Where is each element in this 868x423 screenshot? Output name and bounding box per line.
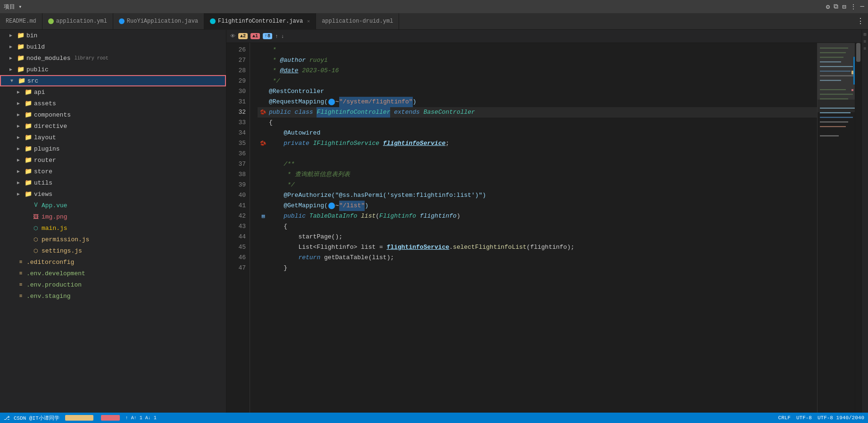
code-line-33: { — [258, 118, 817, 128]
right-panel-icon-1[interactable]: ⊞ — [863, 32, 866, 37]
code-text: * — [269, 45, 280, 55]
settings-icon[interactable]: ⚙ — [826, 3, 830, 11]
folder-icon-components: 📁 — [25, 111, 32, 118]
split2-icon[interactable]: ⊟ — [842, 3, 846, 11]
code-text: list — [361, 211, 376, 221]
code-text: @RestController — [269, 86, 324, 97]
code-text: FlightinfoController — [317, 107, 390, 118]
right-panel-icon-2[interactable]: ≡ — [863, 39, 866, 44]
split-icon[interactable]: ⧉ — [834, 3, 838, 11]
code-text: @date — [280, 66, 298, 76]
tab-druid-label: application-druid.yml — [322, 18, 393, 25]
sidebar-item-api[interactable]: ▶ 📁 api — [0, 86, 226, 98]
sidebar-item-public[interactable]: ▶ 📁 public — [0, 64, 226, 75]
yaml-icon — [48, 18, 54, 24]
tab-ruoyi-label: RuoYiApplication.java — [127, 18, 198, 25]
chevron-right-icon: ▶ — [17, 180, 23, 186]
tab-readme-label: README.md — [6, 18, 36, 25]
tab-close-button[interactable]: ✕ — [307, 18, 310, 24]
sidebar-item-img-png[interactable]: 🖼 img.png — [0, 211, 226, 222]
line-num-37: 37 — [226, 159, 246, 169]
js-icon: ⬡ — [32, 224, 40, 232]
tab-bar-end: ⋮ — [857, 17, 868, 26]
top-bar: 项目 ▾ ⚙ ⧉ ⊟ ⋮ ─ — [0, 0, 868, 13]
code-content[interactable]: * * @author ruoyi * @date 2023-05-16 */ — [250, 43, 817, 413]
code-text: public — [269, 107, 295, 118]
sidebar-item-editorconfig[interactable]: ≡ .editorconfig — [0, 256, 226, 268]
sidebar-item-env-prod[interactable]: ≡ .env.production — [0, 279, 226, 290]
tab-druid-yml[interactable]: application-druid.yml — [316, 13, 399, 30]
sidebar-item-permission-js[interactable]: ⬡ permission.js — [0, 234, 226, 245]
code-text: @Autowired — [269, 128, 320, 138]
tab-readme[interactable]: README.md — [0, 13, 42, 30]
sidebar-item-bin-label: bin — [26, 32, 37, 39]
sidebar-item-components[interactable]: ▶ 📁 components — [0, 109, 226, 120]
sidebar-item-app-vue[interactable]: V App.vue — [0, 200, 226, 211]
code-line-38: * 查询航班信息表列表 — [258, 169, 817, 180]
code-text: return — [269, 253, 324, 263]
globe-icon — [328, 99, 335, 105]
code-line-34: @Autowired — [258, 128, 817, 138]
code-editor[interactable]: 26 27 28 29 30 31 32 33 34 35 36 37 38 3… — [226, 43, 861, 413]
sidebar-item-settings-js[interactable]: ⬡ settings.js — [0, 245, 226, 256]
sidebar-item-layout[interactable]: ▶ 📁 layout — [0, 132, 226, 143]
scrollbar-thumb[interactable] — [856, 43, 860, 62]
status-position: UTF-8 1940/2040 — [818, 415, 864, 421]
tab-application-yml[interactable]: application.yml — [42, 13, 113, 30]
nav-down-icon[interactable]: ↓ — [281, 34, 284, 39]
project-title[interactable]: 项目 ▾ — [4, 3, 22, 11]
editorconfig-icon: ≡ — [17, 258, 25, 266]
code-line-27: * @author ruoyi — [258, 55, 817, 66]
sidebar-item-store[interactable]: ▶ 📁 store — [0, 166, 226, 177]
hide-icon[interactable]: 👁 — [230, 33, 235, 39]
sidebar-item-store-label: store — [34, 168, 52, 175]
code-text: @RequestMapping( — [269, 97, 328, 107]
right-panel-icon-3[interactable]: ≡ — [863, 46, 866, 51]
code-text: * — [269, 55, 280, 66]
gutter-32: 🫘 — [258, 107, 269, 118]
minimap-slider[interactable] — [818, 43, 855, 100]
sidebar-item-src[interactable]: ▼ 📁 src — [0, 75, 226, 86]
line-num-47: 47 — [226, 263, 246, 273]
code-text: class — [295, 107, 317, 118]
folder-icon-store: 📁 — [25, 168, 32, 175]
chevron-right-icon: ▶ — [17, 191, 23, 197]
sidebar-item-env-dev[interactable]: ≡ .env.development — [0, 268, 226, 279]
status-encoding: CRLF — [778, 415, 791, 421]
tab-ruoyi-java[interactable]: RuoYiApplication.java — [113, 13, 204, 30]
sidebar-item-router[interactable]: ▶ 📁 router — [0, 154, 226, 166]
sidebar-item-env-staging[interactable]: ≡ .env.staging — [0, 290, 226, 302]
nav-up-icon[interactable]: ↑ — [275, 34, 278, 39]
sidebar-item-directive[interactable]: ▶ 📁 directive — [0, 120, 226, 132]
line-num-26: 26 — [226, 45, 246, 55]
scrollbar[interactable] — [855, 43, 861, 413]
code-text: "/list" — [339, 201, 365, 211]
sidebar-item-views[interactable]: ▶ 📁 views — [0, 188, 226, 200]
sidebar-item-src-label: src — [27, 77, 38, 85]
code-text: . — [449, 242, 453, 253]
chevron-right-icon: ▶ — [9, 33, 15, 38]
code-text: getDataTable(list); — [324, 253, 394, 263]
sidebar-item-plugins[interactable]: ▶ 📁 plugins — [0, 143, 226, 154]
status-left-text: CSDN @IT小谭同学 — [14, 415, 59, 422]
tab-flightinfo-java[interactable]: FlightinfoController.java ✕ — [204, 13, 316, 30]
status-bar: ⎇ CSDN @IT小谭同学 ↑ A↑ 1 A↓ 1 CRLF UTF-8 UT… — [0, 413, 868, 423]
status-indicator-text: ↑ A↑ 1 A↓ 1 — [125, 415, 157, 421]
sidebar-item-node-modules[interactable]: ▶ 📁 node_modules library root — [0, 52, 226, 64]
code-line-28: * @date 2023-05-16 — [258, 66, 817, 76]
minimize-icon[interactable]: ─ — [860, 3, 864, 11]
sidebar-item-utils[interactable]: ▶ 📁 utils — [0, 177, 226, 188]
code-text: ruoyi — [306, 55, 328, 66]
code-line-42: ▤ public TableDataInfo list(Flightinfo f… — [258, 211, 817, 221]
sidebar-item-build[interactable]: ▶ 📁 build — [0, 41, 226, 52]
sidebar-item-assets[interactable]: ▶ 📁 assets — [0, 98, 226, 109]
sidebar-item-main-js[interactable]: ⬡ main.js — [0, 222, 226, 234]
code-text: ; — [445, 138, 449, 149]
error-badge: ▲1 — [250, 33, 260, 39]
line-num-38: 38 — [226, 169, 246, 180]
sidebar-item-bin[interactable]: ▶ 📁 bin — [0, 30, 226, 41]
more-icon[interactable]: ⋮ — [850, 3, 857, 11]
minimap[interactable] — [817, 43, 855, 413]
tab-more-icon[interactable]: ⋮ — [857, 17, 864, 26]
sidebar-item-public-label: public — [26, 66, 49, 73]
